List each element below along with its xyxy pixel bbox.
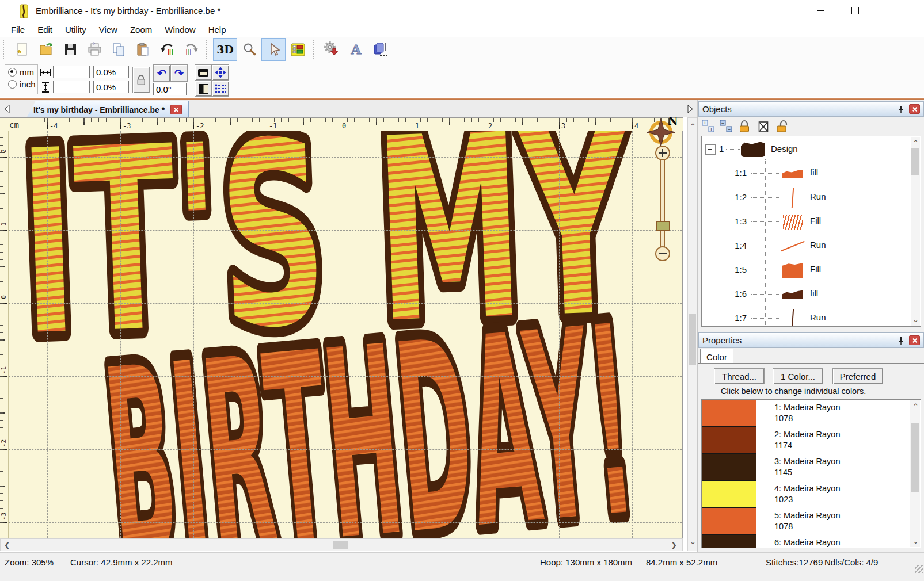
height-input[interactable] <box>53 81 90 93</box>
contrast-view-button[interactable] <box>195 81 212 97</box>
pin-icon[interactable] <box>898 105 904 113</box>
design-root-row[interactable]: 1 Design <box>702 139 921 160</box>
color-list[interactable]: ⌃ ⌄ 1: Madeira Rayon10782: Madeira Rayon… <box>701 399 921 548</box>
lock-open-icon[interactable] <box>775 119 790 133</box>
save-button[interactable] <box>58 38 82 61</box>
menu-item-utility[interactable]: Utility <box>59 23 93 36</box>
menu-item-help[interactable]: Help <box>202 23 233 36</box>
stitch-generator-button[interactable] <box>320 38 344 61</box>
zoom-slider-thumb[interactable] <box>656 221 670 231</box>
fit-window-button[interactable] <box>212 64 229 81</box>
lock-closed-icon[interactable] <box>737 119 751 133</box>
color-row-5[interactable]: 5: Madeira Rayon1078 <box>702 508 921 535</box>
design-root-index: 1 <box>719 144 724 154</box>
height-percent-input[interactable] <box>93 81 129 93</box>
paste-button[interactable] <box>131 38 155 61</box>
tree-scroll-up-icon[interactable]: ⌃ <box>912 139 919 147</box>
show-hoop-button[interactable] <box>195 64 212 81</box>
object-row-1:1[interactable]: 1:1fill <box>702 162 921 186</box>
objects-panel-close-button[interactable] <box>909 104 920 114</box>
thread-button[interactable]: Thread... <box>714 368 765 384</box>
view-3d-button[interactable]: 3D <box>213 38 237 61</box>
hscroll-thumb[interactable] <box>333 541 348 549</box>
scroll-down-icon[interactable]: ⌄ <box>690 538 696 545</box>
canvas-hscrollbar[interactable]: ❮ ❯ <box>0 538 683 551</box>
width-input[interactable] <box>53 66 90 78</box>
lock-disabled-icon[interactable] <box>756 119 770 133</box>
color-view-button[interactable] <box>286 38 310 61</box>
close-button[interactable] <box>873 0 906 21</box>
zoom-in-button[interactable] <box>655 146 670 160</box>
color-swatch-5[interactable] <box>702 508 756 535</box>
color-swatch-1[interactable] <box>702 400 756 427</box>
menu-item-edit[interactable]: Edit <box>31 23 59 36</box>
rotate-left-button[interactable]: ↶ <box>153 64 170 82</box>
color-row-6[interactable]: 6: Madeira Rayon1145 <box>702 535 921 548</box>
menu-item-window[interactable]: Window <box>158 23 201 36</box>
object-row-1:3[interactable]: 1:3Fill <box>702 210 921 234</box>
menu-item-zoom[interactable]: Zoom <box>124 23 158 36</box>
angle-input[interactable] <box>153 83 187 95</box>
print-button[interactable] <box>82 38 107 61</box>
color-row-1[interactable]: 1: Madeira Rayon1078 <box>702 400 921 427</box>
maximize-button[interactable] <box>838 0 872 21</box>
tree-collapse-button[interactable] <box>705 144 716 155</box>
object-row-1:2[interactable]: 1:2Run <box>702 186 921 210</box>
object-row-1:4[interactable]: 1:4Run <box>702 234 921 258</box>
scroll-left-icon[interactable]: ❮ <box>4 541 10 549</box>
menu-item-view[interactable]: View <box>93 23 124 36</box>
object-row-1:5[interactable]: 1:5Fill <box>702 258 921 282</box>
preferred-button[interactable]: Preferred <box>832 368 883 384</box>
merge-design-button[interactable] <box>368 38 392 61</box>
color-swatch-4[interactable] <box>702 481 756 508</box>
rotate-right-button[interactable]: ↷ <box>170 64 188 82</box>
resize-grip[interactable] <box>915 565 923 573</box>
color-row-4[interactable]: 4: Madeira Rayon1023 <box>702 481 921 508</box>
properties-panel-close-button[interactable] <box>909 335 920 345</box>
tab-scroll-left-button[interactable] <box>1 102 13 115</box>
copy-button[interactable] <box>107 38 131 61</box>
scroll-up-icon[interactable]: ⌃ <box>690 123 696 130</box>
zoom-out-button[interactable] <box>655 246 670 261</box>
redo-button[interactable] <box>179 38 203 61</box>
width-percent-input[interactable] <box>93 66 129 78</box>
menu-bar: FileEditUtilityViewZoomWindowHelp <box>0 22 924 37</box>
embroidery-design[interactable]: IT'S MY BIRTHDAY! <box>9 131 683 538</box>
design-canvas[interactable]: IT'S MY BIRTHDAY! <box>9 131 683 538</box>
open-button[interactable] <box>34 38 58 61</box>
zoom-tool-button[interactable] <box>237 38 261 61</box>
unit-mm-option[interactable]: mm <box>8 67 37 77</box>
object-row-1:6[interactable]: 1:6fill <box>702 282 921 307</box>
select-tool-button[interactable] <box>261 38 286 61</box>
aspect-lock-button[interactable] <box>132 67 150 93</box>
object-row-1:7[interactable]: 1:7Run <box>702 307 921 327</box>
one-color-button[interactable]: 1 Color... <box>773 368 823 384</box>
mm-radio[interactable] <box>8 68 17 77</box>
scroll-right-icon[interactable]: ❯ <box>671 541 677 549</box>
ungroup-icon[interactable]: − − <box>720 120 732 132</box>
objects-tree[interactable]: 1 Design ⌃ ⌄ 1:1fill1:2Run1:3Fill1:4Run1… <box>701 136 921 327</box>
vscroll-thumb[interactable] <box>689 314 696 365</box>
color-swatch-3[interactable] <box>702 454 756 481</box>
color-row-2[interactable]: 2: Madeira Rayon1174 <box>702 427 921 454</box>
color-row-3[interactable]: 3: Madeira Rayon1145 <box>702 454 921 481</box>
stitch-list-button[interactable] <box>212 81 229 97</box>
pin-icon[interactable] <box>898 337 904 345</box>
group-icon[interactable]: + + <box>702 120 714 132</box>
color-swatch-6[interactable] <box>702 535 756 548</box>
color-swatch-2[interactable] <box>702 427 756 454</box>
inch-radio[interactable] <box>8 80 17 89</box>
tab-close-button[interactable] <box>170 105 182 114</box>
zoom-slider-track[interactable] <box>660 154 665 254</box>
minimize-button[interactable] <box>804 0 837 21</box>
document-tab[interactable]: It's my birthday - Embrilliance.be * <box>26 101 189 118</box>
unit-inch-option[interactable]: inch <box>8 79 37 89</box>
lettering-button[interactable]: A <box>344 38 368 61</box>
canvas-vscrollbar[interactable]: ⌃ ⌄ <box>687 117 697 551</box>
new-button[interactable] <box>10 38 34 61</box>
menu-item-file[interactable]: File <box>5 23 31 36</box>
tab-scroll-right-button[interactable] <box>684 102 695 115</box>
design-text-line2[interactable]: BIRTHDAY! <box>96 270 644 538</box>
undo-button[interactable] <box>155 38 179 61</box>
color-tab[interactable]: Color <box>700 349 733 364</box>
